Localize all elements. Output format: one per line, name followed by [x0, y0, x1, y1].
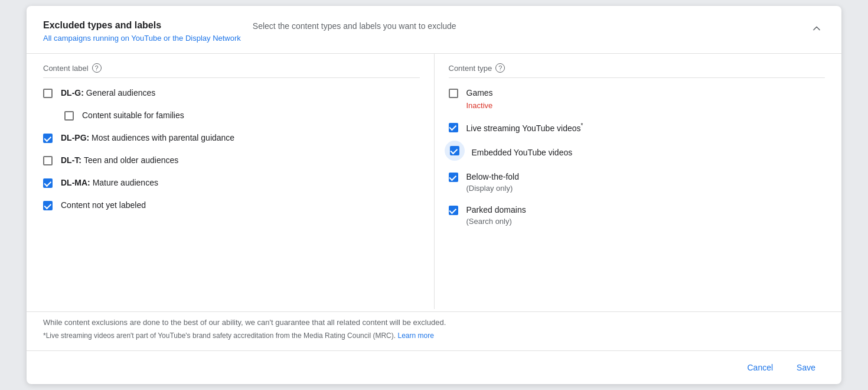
cancel-button[interactable]: Cancel — [738, 358, 782, 377]
list-item[interactable]: DL-MA: Mature audiences — [43, 177, 420, 189]
games-checkbox[interactable] — [449, 89, 459, 99]
modal-title: Excluded types and labels — [43, 20, 241, 31]
list-item[interactable]: DL-PG: Most audiences with parental guid… — [43, 132, 420, 144]
content-label-help-icon[interactable]: ? — [92, 63, 102, 73]
checked-box — [43, 201, 53, 210]
embedded-checkbox[interactable] — [445, 141, 465, 161]
list-item[interactable]: Embedded YouTube videos — [449, 145, 825, 161]
list-item[interactable]: Parked domains (Search only) — [449, 204, 825, 227]
checked-box — [449, 206, 458, 215]
save-button[interactable]: Save — [787, 358, 825, 377]
below-fold-label-text: Below-the-fold — [466, 171, 520, 183]
chevron-up-icon — [811, 22, 823, 34]
asterisk-note: *Live streaming videos aren't part of Yo… — [43, 330, 825, 341]
dlpg-label: DL-PG: Most audiences with parental guid… — [61, 132, 234, 144]
dlt-label: DL-T: Teen and older audiences — [61, 155, 178, 167]
unchecked-box — [449, 89, 458, 98]
dlg-checkbox[interactable] — [43, 89, 54, 99]
unchecked-box — [43, 156, 53, 165]
list-item[interactable]: DL-G: General audiences — [43, 87, 420, 99]
parked-domains-label-text: Parked domains — [466, 204, 526, 216]
list-item[interactable]: Content suitable for families — [64, 110, 420, 122]
excluded-types-modal: Excluded types and labels All campaigns … — [27, 6, 841, 384]
below-fold-sublabel: (Display only) — [466, 183, 520, 194]
dlg-label: DL-G: General audiences — [61, 87, 155, 99]
checked-box — [449, 173, 458, 182]
modal-body: Content label ? DL-G: General audiences … — [27, 54, 841, 308]
modal-description: Select the content types and labels you … — [241, 20, 808, 32]
parked-domains-sublabel: (Search only) — [466, 216, 526, 227]
modal-subtitle: All campaigns running on YouTube or the … — [43, 33, 241, 44]
content-type-header: Content type ? — [449, 63, 825, 78]
collapse-button[interactable] — [808, 20, 825, 40]
disclaimer-text: While content exclusions are done to the… — [43, 317, 825, 329]
right-panel: Content type ? Games Inactive Liv — [435, 54, 825, 308]
content-label-header: Content label ? — [43, 63, 420, 78]
checked-box — [43, 134, 53, 143]
below-fold-checkbox[interactable] — [449, 173, 459, 183]
families-label: Content suitable for families — [82, 110, 184, 122]
dlt-checkbox[interactable] — [43, 156, 54, 167]
games-label: Games Inactive — [466, 87, 493, 111]
list-item[interactable]: Below-the-fold (Display only) — [449, 171, 825, 194]
families-checkbox[interactable] — [64, 111, 75, 122]
dlma-checkbox[interactable] — [43, 178, 54, 189]
footnote-section: While content exclusions are done to the… — [27, 311, 841, 351]
asterisk-note-text: Live streaming videos aren't part of You… — [46, 332, 396, 340]
list-item[interactable]: Live streaming YouTube videos* — [449, 122, 825, 134]
list-item[interactable]: Games Inactive — [449, 87, 825, 111]
modal-footer: Cancel Save — [27, 350, 841, 384]
parked-domains-checkbox[interactable] — [449, 206, 459, 216]
embedded-label: Embedded YouTube videos — [472, 147, 573, 159]
checked-box — [43, 178, 53, 188]
content-type-title: Content type — [449, 64, 492, 73]
checked-box — [449, 123, 458, 132]
unchecked-box — [64, 111, 74, 121]
learn-more-link[interactable]: Learn more — [397, 332, 433, 340]
unlabeled-checkbox[interactable] — [43, 201, 54, 212]
inactive-badge: Inactive — [466, 100, 493, 111]
content-label-title: Content label — [43, 64, 89, 73]
unchecked-box — [43, 89, 53, 98]
checked-box-inner — [450, 146, 459, 155]
left-panel: Content label ? DL-G: General audiences … — [43, 54, 435, 308]
unlabeled-label: Content not yet labeled — [61, 200, 146, 212]
below-fold-label: Below-the-fold (Display only) — [466, 171, 520, 194]
header-left: Excluded types and labels All campaigns … — [43, 20, 241, 44]
parked-domains-label: Parked domains (Search only) — [466, 204, 526, 227]
live-streaming-label: Live streaming YouTube videos* — [466, 122, 583, 134]
live-streaming-checkbox[interactable] — [449, 123, 459, 134]
dlma-label: DL-MA: Mature audiences — [61, 177, 158, 189]
dlpg-checkbox[interactable] — [43, 134, 54, 144]
list-item[interactable]: DL-T: Teen and older audiences — [43, 155, 420, 167]
games-label-text: Games — [466, 87, 493, 99]
list-item[interactable]: Content not yet labeled — [43, 200, 420, 212]
content-type-help-icon[interactable]: ? — [495, 63, 505, 73]
modal-header: Excluded types and labels All campaigns … — [27, 6, 841, 54]
